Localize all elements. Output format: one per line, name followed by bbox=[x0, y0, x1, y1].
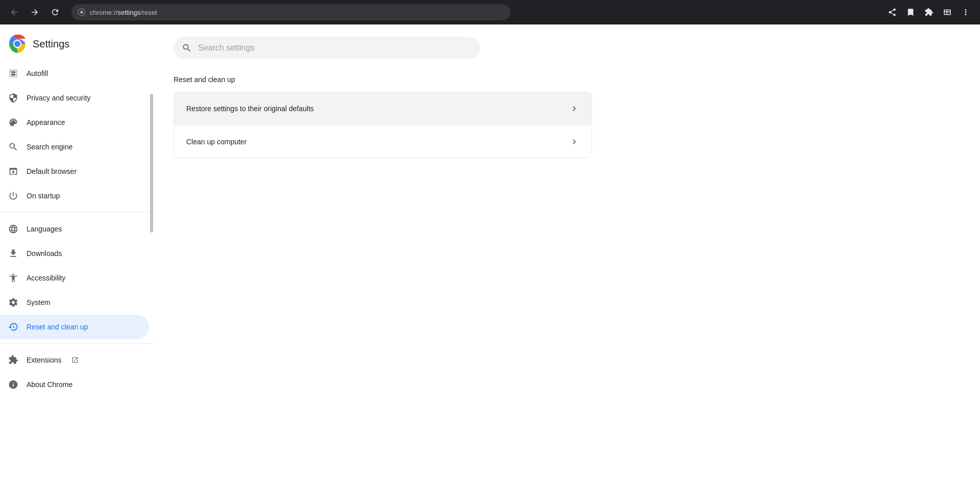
search-input[interactable] bbox=[198, 43, 472, 53]
extensions-topbar-button[interactable] bbox=[921, 4, 937, 20]
search-bar-container bbox=[174, 37, 960, 59]
sidebar-item-accessibility-label: Accessibility bbox=[27, 274, 65, 282]
sidebar-item-reset-label: Reset and clean up bbox=[27, 323, 88, 331]
extensions-icon bbox=[8, 355, 18, 365]
menu-button[interactable] bbox=[958, 4, 974, 20]
topbar-actions bbox=[884, 4, 974, 20]
clean-up-computer-label: Clean up computer bbox=[186, 138, 247, 146]
reset-icon bbox=[8, 322, 18, 332]
sidebar-item-system-label: System bbox=[27, 298, 51, 306]
sidebar-scrollbar bbox=[150, 24, 153, 487]
sidebar-item-about-label: About Chrome bbox=[27, 380, 72, 389]
sidebar-item-languages-label: Languages bbox=[27, 225, 62, 233]
sidebar-item-appearance-label: Appearance bbox=[27, 118, 65, 126]
sidebar-item-reset[interactable]: Reset and clean up bbox=[0, 315, 149, 339]
forward-button[interactable] bbox=[27, 4, 43, 20]
appearance-icon bbox=[8, 117, 18, 127]
settings-card: Restore settings to their original defau… bbox=[174, 92, 592, 158]
search-engine-icon bbox=[8, 142, 18, 152]
autofill-icon bbox=[8, 68, 18, 79]
search-bar[interactable] bbox=[174, 37, 480, 59]
sidebar-item-languages[interactable]: Languages bbox=[0, 217, 149, 241]
bookmark-button[interactable] bbox=[902, 4, 919, 20]
back-button[interactable] bbox=[6, 4, 22, 20]
downloads-icon bbox=[8, 248, 18, 259]
clean-up-computer-row[interactable]: Clean up computer bbox=[174, 125, 592, 158]
reload-button[interactable] bbox=[47, 4, 63, 20]
sidebar-item-search-engine-label: Search engine bbox=[27, 143, 72, 151]
external-link-icon bbox=[71, 356, 79, 364]
on-startup-icon bbox=[8, 191, 18, 201]
section-title: Reset and clean up bbox=[174, 75, 960, 84]
main-area: Settings Autofill Privacy and security A… bbox=[0, 24, 980, 487]
sidebar-item-autofill[interactable]: Autofill bbox=[0, 61, 149, 86]
sidebar-divider-2 bbox=[0, 343, 153, 344]
sidebar-item-on-startup[interactable]: On startup bbox=[0, 184, 149, 208]
default-browser-icon bbox=[8, 166, 18, 176]
search-icon bbox=[182, 43, 192, 53]
sidebar-scrollbar-thumb[interactable] bbox=[150, 94, 153, 233]
restore-settings-label: Restore settings to their original defau… bbox=[186, 105, 314, 113]
site-favicon bbox=[78, 8, 86, 16]
topbar: chrome://settings/reset bbox=[0, 0, 980, 24]
sidebar-item-default-browser-label: Default browser bbox=[27, 167, 77, 175]
chrome-logo-icon bbox=[8, 35, 27, 53]
sidebar-item-downloads-label: Downloads bbox=[27, 249, 62, 258]
address-text: chrome://settings/reset bbox=[90, 9, 157, 16]
sidebar-item-about[interactable]: About Chrome bbox=[0, 372, 149, 397]
svg-point-3 bbox=[14, 41, 20, 47]
sidebar-item-autofill-label: Autofill bbox=[27, 69, 48, 78]
privacy-icon bbox=[8, 93, 18, 103]
sidebar-divider-1 bbox=[0, 212, 153, 213]
sidebar-header: Settings bbox=[0, 29, 153, 61]
restore-settings-arrow bbox=[569, 104, 579, 114]
sidebar-item-privacy-label: Privacy and security bbox=[27, 94, 90, 102]
clean-up-computer-arrow bbox=[569, 137, 579, 147]
address-bar[interactable]: chrome://settings/reset bbox=[71, 4, 510, 20]
svg-point-1 bbox=[80, 11, 83, 14]
sidebar-item-extensions-label: Extensions bbox=[27, 356, 61, 364]
restore-settings-row[interactable]: Restore settings to their original defau… bbox=[174, 92, 592, 125]
sidebar-item-on-startup-label: On startup bbox=[27, 192, 60, 200]
sidebar-item-system[interactable]: System bbox=[0, 290, 149, 315]
about-icon bbox=[8, 379, 18, 390]
accessibility-icon bbox=[8, 273, 18, 283]
sidebar: Settings Autofill Privacy and security A… bbox=[0, 24, 153, 487]
sidebar-item-downloads[interactable]: Downloads bbox=[0, 241, 149, 266]
content-area: Reset and clean up Restore settings to t… bbox=[153, 24, 980, 487]
sidebar-item-privacy[interactable]: Privacy and security bbox=[0, 86, 149, 110]
sidebar-item-search-engine[interactable]: Search engine bbox=[0, 135, 149, 159]
sidebar-item-accessibility[interactable]: Accessibility bbox=[0, 266, 149, 290]
sidebar-item-default-browser[interactable]: Default browser bbox=[0, 159, 149, 184]
sidebar-item-appearance[interactable]: Appearance bbox=[0, 110, 149, 135]
languages-icon bbox=[8, 224, 18, 234]
sidebar-title: Settings bbox=[33, 38, 69, 50]
share-button[interactable] bbox=[884, 4, 900, 20]
sidebar-item-extensions[interactable]: Extensions bbox=[0, 348, 149, 372]
window-controls-button[interactable] bbox=[939, 4, 955, 20]
system-icon bbox=[8, 297, 18, 307]
